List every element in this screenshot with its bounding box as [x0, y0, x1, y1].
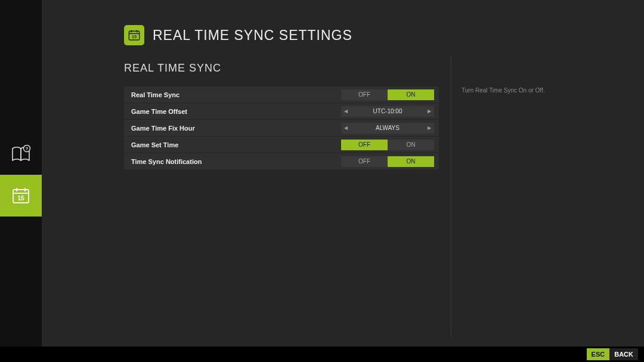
arrow-right-icon[interactable]: ▶	[425, 125, 434, 131]
toggle-on[interactable]: ON	[388, 89, 434, 100]
calendar-icon: 15	[11, 187, 30, 205]
nav-calendar-button[interactable]: 15	[0, 175, 42, 216]
arrow-left-icon[interactable]: ◀	[341, 109, 351, 114]
book-help-icon: ?	[11, 145, 31, 163]
vertical-divider	[451, 56, 451, 338]
toggle-real-time-sync[interactable]: OFF ON	[341, 89, 434, 100]
arrow-right-icon[interactable]: ▶	[425, 109, 434, 114]
selector-game-time-fix-hour[interactable]: ◀ ALWAYS ▶	[341, 123, 434, 134]
row-game-time-fix-hour[interactable]: Game Time Fix Hour ◀ ALWAYS ▶	[124, 120, 439, 137]
row-real-time-sync[interactable]: Real Time Sync OFF ON	[124, 86, 439, 103]
toggle-game-set-time[interactable]: OFF ON	[341, 140, 434, 150]
section-title: REAL TIME SYNC	[124, 62, 439, 75]
row-label: Time Sync Notification	[131, 158, 202, 165]
toggle-off[interactable]: OFF	[341, 156, 388, 167]
back-button[interactable]: BACK	[609, 348, 638, 360]
help-text: Turn Real Time Sync On or Off.	[462, 87, 618, 94]
row-label: Real Time Sync	[131, 91, 179, 98]
arrow-left-icon[interactable]: ◀	[341, 125, 351, 131]
row-label: Game Time Fix Hour	[131, 125, 195, 132]
page-title: REAL TIME SYNC SETTINGS	[153, 27, 352, 44]
left-rail: ? 15	[0, 0, 42, 346]
toggle-on[interactable]: ON	[388, 156, 434, 167]
svg-text:15: 15	[132, 34, 137, 39]
footer-bar: ESC BACK	[0, 346, 644, 362]
rows-wrap: Real Time Sync OFF ON Game Time Offset ◀…	[124, 86, 439, 170]
toggle-time-sync-notification[interactable]: OFF ON	[341, 156, 434, 167]
help-column: Turn Real Time Sync On or Off.	[439, 62, 618, 170]
settings-column: REAL TIME SYNC Real Time Sync OFF ON Gam…	[124, 62, 439, 170]
selector-game-time-offset[interactable]: ◀ UTC-10:00 ▶	[341, 106, 434, 117]
main-panel: 15 REAL TIME SYNC SETTINGS REAL TIME SYN…	[42, 0, 644, 346]
row-time-sync-notification[interactable]: Time Sync Notification OFF ON	[124, 153, 439, 170]
page-header: 15 REAL TIME SYNC SETTINGS	[42, 25, 644, 45]
selector-value: UTC-10:00	[351, 108, 425, 115]
row-label: Game Time Offset	[131, 108, 187, 115]
row-game-time-offset[interactable]: Game Time Offset ◀ UTC-10:00 ▶	[124, 103, 439, 120]
row-game-set-time[interactable]: Game Set Time OFF ON	[124, 137, 439, 153]
svg-text:?: ?	[26, 146, 29, 151]
toggle-off[interactable]: OFF	[341, 140, 388, 150]
svg-text:15: 15	[17, 195, 24, 202]
toggle-on[interactable]: ON	[388, 140, 434, 150]
header-icon-box: 15	[124, 25, 144, 45]
selector-value: ALWAYS	[351, 125, 425, 131]
calendar-icon: 15	[128, 29, 141, 41]
row-label: Game Set Time	[131, 141, 178, 148]
toggle-off[interactable]: OFF	[341, 89, 388, 100]
esc-button[interactable]: ESC	[587, 348, 610, 360]
nav-help-button[interactable]: ?	[0, 133, 42, 175]
